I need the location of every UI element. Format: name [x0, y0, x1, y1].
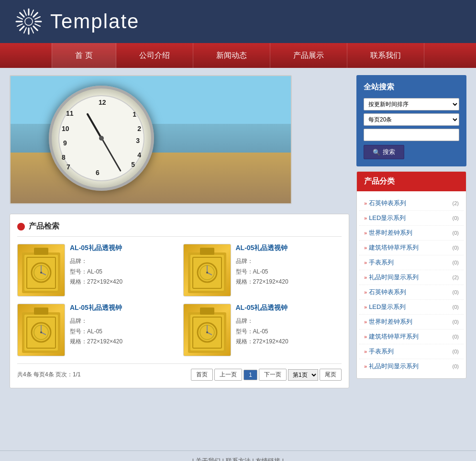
search-btn-label: 搜索 — [383, 148, 395, 156]
product-info: AL-05礼品透视钟 品牌： 型号：AL-05 规格：272×192×420 — [70, 244, 176, 287]
search-input[interactable] — [364, 129, 459, 141]
pagination: 共4条 每页4条 页次：1/1 首页 上一页 1 下一页 第1页 尾页 — [17, 363, 342, 381]
svg-point-34 — [206, 272, 208, 274]
nav-item-contact[interactable]: 联系我们 — [347, 43, 424, 68]
list-item: AL-05礼品透视钟 品牌： 型号：AL-05 规格：272×192×420 — [183, 244, 342, 296]
product-name[interactable]: AL-05礼品透视钟 — [70, 244, 176, 252]
svg-line-8 — [24, 10, 26, 15]
red-dot-icon — [17, 223, 25, 230]
svg-point-25 — [40, 272, 42, 274]
svg-line-10 — [17, 17, 22, 19]
category-list: » 石英钟表系列 (2) » LED显示系列 (0) » 世界时差钟系列 (0)… — [357, 191, 466, 378]
product-detail: 品牌： 型号：AL-05 规格：272×192×420 — [236, 316, 342, 347]
footer-link-links[interactable]: 友情链接 — [255, 457, 280, 461]
category-item[interactable]: » 手表系列 (0) — [359, 255, 464, 270]
search-section-header: 产品检索 — [17, 221, 342, 237]
clock-hour-hand — [86, 113, 102, 139]
sort-select[interactable]: 按更新时间排序 — [364, 98, 459, 110]
logo-icon — [14, 7, 43, 36]
product-name[interactable]: AL-05礼品透视钟 — [236, 244, 342, 252]
category-title: 产品分类 — [357, 172, 466, 191]
left-panel: 12 1 2 3 4 5 6 7 8 9 10 — [10, 75, 349, 388]
clock-num-8: 8 — [62, 154, 66, 161]
list-item: AL-05礼品透视钟 品牌： 型号：AL-05 规格：272×192×420 — [183, 304, 342, 356]
category-item[interactable]: » LED显示系列 (0) — [359, 300, 464, 315]
product-name[interactable]: AL-05礼品透视钟 — [236, 304, 342, 312]
products-grid: AL-05礼品透视钟 品牌： 型号：AL-05 规格：272×192×420 — [17, 244, 342, 356]
svg-point-16 — [25, 18, 33, 25]
first-page-button[interactable]: 首页 — [191, 369, 213, 381]
nav-item-news[interactable]: 新闻动态 — [193, 43, 270, 68]
category-box: 产品分类 » 石英钟表系列 (2) » LED显示系列 (0) » 世界时差钟系… — [356, 171, 466, 379]
product-thumbnail[interactable] — [183, 304, 231, 356]
product-name[interactable]: AL-05礼品透视钟 — [70, 304, 176, 312]
pagination-summary: 共4条 每页4条 页次：1/1 — [17, 371, 81, 379]
category-item[interactable]: » 礼品时间显示系列 (2) — [359, 270, 464, 285]
svg-rect-45 — [200, 307, 214, 315]
category-item[interactable]: » 礼品时间显示系列 (0) — [359, 359, 464, 373]
product-info: AL-05礼品透视钟 品牌： 型号：AL-05 规格：272×192×420 — [236, 244, 342, 287]
search-button[interactable]: 🔍 搜索 — [364, 145, 404, 159]
footer-separator: | — [192, 457, 194, 461]
right-panel: 全站搜索 按更新时间排序 每页20条 🔍 搜索 产品分类 » 石英钟 — [356, 75, 466, 388]
svg-line-11 — [17, 24, 22, 26]
current-page-button[interactable]: 1 — [244, 370, 257, 380]
clock-num-3: 3 — [136, 137, 140, 144]
per-page-select[interactable]: 每页20条 — [364, 113, 459, 126]
next-page-button[interactable]: 下一页 — [259, 369, 287, 381]
main-content: 12 1 2 3 4 5 6 7 8 9 10 — [0, 68, 476, 450]
category-item[interactable]: » 建筑塔钟草坪系列 (0) — [359, 329, 464, 344]
clock-num-1: 1 — [133, 110, 136, 118]
svg-rect-27 — [200, 248, 214, 255]
category-item[interactable]: » LED显示系列 (0) — [359, 211, 464, 226]
prev-page-button[interactable]: 上一页 — [214, 369, 242, 381]
nav-item-about[interactable]: 公司介绍 — [116, 43, 193, 68]
category-item[interactable]: » 建筑塔钟草坪系列 (0) — [359, 241, 464, 255]
product-info: AL-05礼品透视钟 品牌： 型号：AL-05 规格：272×192×420 — [236, 304, 342, 347]
clock-inner: 12 1 2 3 4 5 6 7 8 9 10 — [58, 95, 144, 181]
svg-line-15 — [31, 28, 33, 33]
product-thumbnail[interactable] — [17, 244, 65, 296]
content-wrapper: 12 1 2 3 4 5 6 7 8 9 10 — [10, 75, 466, 388]
product-info: AL-05礼品透视钟 品牌： 型号：AL-05 规格：272×192×420 — [70, 304, 176, 347]
svg-line-5 — [33, 26, 38, 31]
clock-num-6: 6 — [96, 169, 100, 176]
clock-num-2: 2 — [137, 125, 141, 132]
nav-item-products[interactable]: 产品展示 — [270, 43, 347, 68]
clock-center — [99, 136, 104, 141]
product-detail: 品牌： 型号：AL-05 规格：272×192×420 — [70, 316, 176, 347]
clock-num-10: 10 — [62, 125, 69, 132]
clock-num-5: 5 — [131, 161, 135, 168]
clock-num-7: 7 — [66, 163, 70, 171]
last-page-button[interactable]: 尾页 — [320, 369, 342, 381]
clock-num-9: 9 — [63, 139, 67, 147]
nav-item-home[interactable]: 首 页 — [52, 43, 116, 68]
product-search-section: 产品检索 — [10, 214, 349, 388]
svg-line-13 — [35, 24, 40, 26]
footer-link-about[interactable]: 关于我们 — [196, 457, 221, 461]
category-item[interactable]: » 石英钟表系列 (0) — [359, 285, 464, 300]
clock: 12 1 2 3 4 5 6 7 8 9 10 — [49, 86, 154, 191]
svg-line-9 — [31, 10, 33, 15]
category-item[interactable]: » 手表系列 (0) — [359, 344, 464, 359]
svg-line-4 — [20, 13, 24, 17]
clock-face: 12 1 2 3 4 5 6 7 8 9 10 — [49, 86, 154, 191]
clock-minute-hand — [101, 138, 122, 172]
search-box: 全站搜索 按更新时间排序 每页20条 🔍 搜索 — [356, 75, 466, 166]
svg-line-12 — [35, 17, 40, 19]
category-item[interactable]: » 世界时差钟系列 (0) — [359, 226, 464, 241]
clock-num-11: 11 — [66, 110, 74, 117]
category-item[interactable]: » 世界时差钟系列 (0) — [359, 315, 464, 329]
product-detail: 品牌： 型号：AL-05 规格：272×192×420 — [70, 256, 176, 287]
banner-image: 12 1 2 3 4 5 6 7 8 9 10 — [11, 76, 291, 203]
category-item[interactable]: » 石英钟表系列 (2) — [359, 196, 464, 211]
footer-link-contact[interactable]: 联系方法 — [226, 457, 251, 461]
svg-point-43 — [40, 331, 42, 333]
svg-point-52 — [206, 331, 208, 333]
page-jump-select[interactable]: 第1页 — [288, 369, 318, 381]
svg-line-6 — [33, 13, 38, 17]
search-box-title: 全站搜索 — [364, 82, 459, 92]
product-thumbnail[interactable] — [183, 244, 231, 296]
product-thumbnail[interactable] — [17, 304, 65, 356]
svg-line-14 — [24, 28, 26, 33]
